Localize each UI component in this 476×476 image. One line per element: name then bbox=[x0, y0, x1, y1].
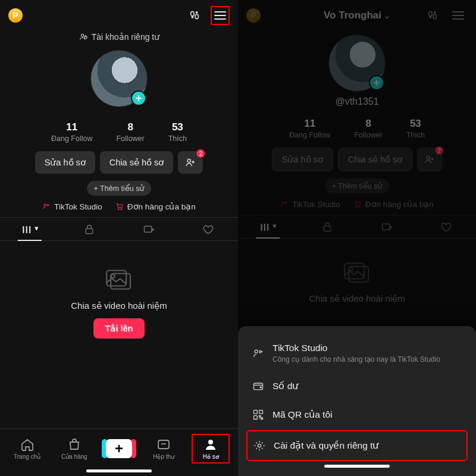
content-tabs: ▾ bbox=[238, 215, 476, 239]
svg-point-23 bbox=[434, 12, 436, 13]
stats-row: 11 Đang Follow 8 Follower 53 Thích bbox=[0, 121, 238, 143]
svg-rect-16 bbox=[107, 271, 126, 286]
svg-rect-11 bbox=[26, 226, 27, 233]
tab-liked[interactable] bbox=[431, 221, 462, 233]
svg-point-4 bbox=[81, 34, 83, 36]
home-indicator bbox=[324, 465, 390, 468]
nav-shop[interactable]: Cửa hàng bbox=[55, 437, 93, 460]
avatar[interactable]: + bbox=[90, 50, 148, 107]
menu-icon[interactable] bbox=[211, 6, 230, 25]
tab-private[interactable] bbox=[74, 224, 105, 236]
tiktok-studio-link[interactable]: TikTok Studio bbox=[280, 199, 340, 209]
upload-button[interactable]: Tải lên bbox=[93, 318, 145, 339]
tab-private[interactable] bbox=[312, 221, 343, 233]
svg-rect-14 bbox=[145, 226, 152, 232]
nav-inbox[interactable]: Hộp thư bbox=[145, 437, 183, 460]
home-indicator bbox=[86, 469, 152, 472]
svg-point-8 bbox=[118, 209, 119, 210]
svg-rect-29 bbox=[264, 224, 265, 231]
empty-title: Chia sẻ video hoài niệm bbox=[309, 293, 405, 304]
tab-grid[interactable]: ▾ bbox=[14, 224, 45, 236]
svg-point-24 bbox=[427, 156, 430, 159]
add-friend-button[interactable]: 2 bbox=[417, 148, 442, 171]
svg-point-21 bbox=[433, 14, 437, 18]
svg-rect-10 bbox=[23, 226, 24, 233]
menu-icon[interactable] bbox=[449, 6, 468, 25]
svg-rect-31 bbox=[324, 226, 331, 231]
svg-point-38 bbox=[260, 387, 261, 388]
svg-point-0 bbox=[191, 12, 195, 16]
svg-rect-13 bbox=[86, 228, 93, 233]
tab-reposts[interactable] bbox=[133, 224, 164, 236]
svg-point-3 bbox=[196, 12, 198, 13]
stat-followers[interactable]: 8 Follower bbox=[354, 118, 382, 139]
sheet-balance[interactable]: Số dư bbox=[246, 372, 468, 400]
svg-point-42 bbox=[258, 444, 261, 447]
images-icon bbox=[342, 260, 372, 286]
avatar[interactable]: + bbox=[328, 35, 386, 92]
stat-followers[interactable]: 8 Follower bbox=[116, 121, 144, 143]
orders-link[interactable]: Đơn hàng của bạn bbox=[115, 202, 196, 211]
add-bio-button[interactable]: + Thêm tiểu sử bbox=[325, 178, 390, 193]
svg-rect-40 bbox=[259, 411, 263, 414]
svg-rect-12 bbox=[29, 226, 30, 233]
sheet-settings[interactable]: Cài đặt và quyền riêng tư bbox=[246, 430, 468, 461]
nav-home[interactable]: Trang chủ bbox=[8, 437, 46, 460]
svg-point-36 bbox=[255, 350, 258, 353]
add-friend-button[interactable]: 2 bbox=[178, 151, 203, 174]
svg-point-25 bbox=[282, 202, 284, 204]
svg-rect-5 bbox=[84, 36, 87, 38]
svg-rect-28 bbox=[261, 224, 262, 231]
stat-following[interactable]: 11 Đang Follow bbox=[51, 121, 92, 143]
right-screenshot: P Vo Tronghai⌄ + @vth1351 11 Đang Follow… bbox=[238, 0, 476, 476]
svg-point-27 bbox=[359, 206, 360, 208]
svg-point-2 bbox=[192, 17, 193, 18]
stat-likes[interactable]: 53 Thích bbox=[406, 118, 425, 139]
profile-buttons: Sửa hồ sơ Chia sẻ hồ sơ 2 bbox=[238, 148, 476, 171]
edit-profile-button[interactable]: Sửa hồ sơ bbox=[272, 148, 333, 171]
empty-title: Chia sẻ video hoài niệm bbox=[71, 300, 167, 311]
svg-point-22 bbox=[430, 17, 431, 18]
content-tabs: ▾ bbox=[0, 217, 238, 241]
quick-links: TikTok Studio Đơn hàng của bạn bbox=[0, 202, 238, 211]
add-bio-button[interactable]: + Thêm tiểu sử bbox=[87, 181, 152, 196]
avatar-add-icon[interactable]: + bbox=[131, 90, 146, 106]
stats-row: 11 Đang Follow 8 Follower 53 Thích bbox=[238, 118, 476, 139]
svg-point-35 bbox=[349, 267, 353, 271]
private-account-chip: Tài khoản riêng tư bbox=[79, 32, 160, 42]
svg-rect-33 bbox=[349, 267, 368, 282]
coin-icon[interactable]: P bbox=[246, 8, 261, 23]
share-profile-button[interactable]: Chia sẻ hồ sơ bbox=[338, 148, 412, 171]
bottom-nav: Trang chủ Cửa hàng + Hộp thư Hồ sơ bbox=[0, 428, 238, 467]
svg-point-26 bbox=[356, 206, 357, 208]
notification-badge: 2 bbox=[196, 149, 205, 158]
nav-create[interactable]: + bbox=[102, 439, 136, 458]
svg-rect-34 bbox=[345, 264, 364, 279]
profile-name-dropdown[interactable]: Vo Tronghai⌄ bbox=[324, 10, 390, 21]
tiktok-studio-link[interactable]: TikTok Studio bbox=[42, 202, 102, 211]
tab-grid[interactable]: ▾ bbox=[252, 221, 283, 233]
footprints-icon[interactable] bbox=[188, 9, 201, 22]
svg-point-6 bbox=[187, 159, 190, 162]
tab-reposts[interactable] bbox=[371, 221, 402, 233]
orders-link[interactable]: Đơn hàng của bạn bbox=[353, 199, 434, 209]
stat-likes[interactable]: 53 Thích bbox=[168, 121, 187, 143]
tab-liked[interactable] bbox=[193, 224, 224, 236]
svg-rect-37 bbox=[254, 383, 263, 390]
nav-profile[interactable]: Hồ sơ bbox=[192, 434, 230, 464]
svg-rect-41 bbox=[254, 416, 258, 419]
footprints-icon[interactable] bbox=[426, 9, 439, 22]
sheet-qr[interactable]: Mã QR của tôi bbox=[246, 400, 468, 429]
svg-point-20 bbox=[429, 12, 433, 16]
svg-point-17 bbox=[111, 274, 115, 278]
svg-rect-39 bbox=[254, 411, 258, 414]
quick-links: TikTok Studio Đơn hàng của bạn bbox=[238, 199, 476, 209]
stat-following[interactable]: 11 Đang Follow bbox=[289, 118, 330, 139]
sheet-tiktok-studio[interactable]: TikTok Studio Công cụ dành cho nhà sáng … bbox=[246, 334, 468, 372]
private-account-label: Tài khoản riêng tư bbox=[92, 32, 160, 42]
edit-profile-button[interactable]: Sửa hồ sơ bbox=[35, 151, 95, 174]
coin-icon[interactable]: P bbox=[8, 8, 23, 23]
avatar-add-icon[interactable]: + bbox=[369, 75, 384, 90]
svg-rect-32 bbox=[383, 224, 390, 230]
share-profile-button[interactable]: Chia sẻ hồ sơ bbox=[100, 151, 173, 174]
